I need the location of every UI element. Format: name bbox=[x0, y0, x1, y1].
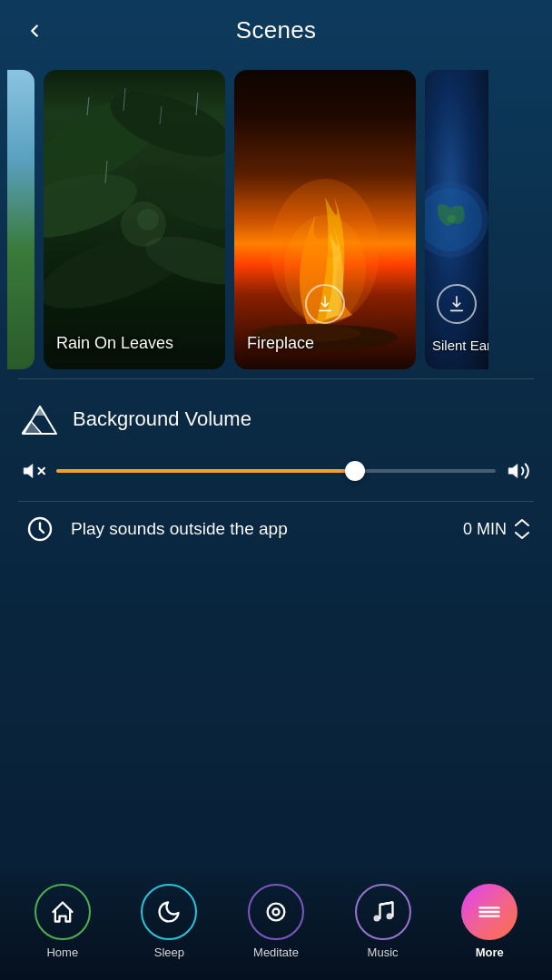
mountain-icon-wrap bbox=[22, 401, 58, 437]
rain-leaves-decoration bbox=[44, 70, 225, 369]
scene-earth-label: Silent Ear... bbox=[432, 338, 488, 353]
volume-slider-fill bbox=[56, 469, 355, 473]
nav-label-home: Home bbox=[46, 946, 78, 959]
time-value: 0 MIN bbox=[463, 520, 507, 539]
home-icon bbox=[50, 899, 75, 925]
mountain-icon bbox=[22, 403, 58, 436]
clock-icon bbox=[25, 514, 54, 544]
nav-item-meditate[interactable]: Meditate bbox=[248, 884, 304, 959]
earth-decoration bbox=[425, 70, 488, 369]
back-button[interactable] bbox=[18, 15, 51, 47]
bottom-nav: Home Sleep Meditate ♪ Mu bbox=[0, 871, 552, 980]
meditate-icon-wrap[interactable] bbox=[248, 884, 304, 940]
svg-marker-24 bbox=[508, 464, 518, 477]
svg-point-28 bbox=[373, 915, 380, 921]
more-icon bbox=[477, 899, 502, 925]
time-arrows[interactable] bbox=[514, 517, 530, 541]
scene-card-mountain[interactable] bbox=[7, 70, 34, 369]
earth-download[interactable] bbox=[437, 284, 477, 324]
sleep-icon bbox=[156, 899, 182, 925]
scene-card-earth[interactable]: Silent Ear... bbox=[425, 70, 488, 369]
page-title: Scenes bbox=[236, 16, 317, 44]
fire-decoration bbox=[234, 70, 416, 369]
download-circle-fireplace[interactable] bbox=[305, 284, 345, 324]
nav-item-sleep[interactable]: Sleep bbox=[141, 884, 197, 959]
scene-rain-label: Rain On Leaves bbox=[56, 334, 173, 353]
svg-point-7 bbox=[137, 209, 159, 230]
background-volume-section: Background Volume bbox=[0, 379, 552, 501]
nav-item-more[interactable]: More bbox=[461, 884, 518, 959]
fireplace-download[interactable] bbox=[305, 284, 345, 324]
music-icon: ♪ bbox=[370, 899, 396, 925]
clock-icon-wrap bbox=[22, 511, 58, 547]
scene-fireplace-label: Fireplace bbox=[247, 334, 314, 353]
home-icon-wrap[interactable] bbox=[34, 884, 91, 940]
scene-card-fireplace[interactable]: Fireplace bbox=[234, 70, 416, 369]
more-icon-wrap[interactable] bbox=[461, 884, 518, 940]
nav-label-more: More bbox=[476, 946, 504, 959]
scene-card-rain[interactable]: Rain On Leaves bbox=[44, 70, 225, 369]
play-sounds-section: Play sounds outside the app 0 MIN bbox=[0, 502, 552, 565]
svg-point-29 bbox=[386, 913, 392, 919]
svg-marker-21 bbox=[24, 464, 33, 477]
sleep-icon-wrap[interactable] bbox=[141, 884, 197, 940]
music-icon-wrap[interactable]: ♪ bbox=[355, 884, 411, 940]
download-circle-earth[interactable] bbox=[437, 284, 477, 324]
nav-item-home[interactable]: Home bbox=[34, 884, 91, 959]
time-control[interactable]: 0 MIN bbox=[463, 517, 530, 541]
meditate-icon bbox=[263, 899, 289, 925]
nav-item-music[interactable]: ♪ Music bbox=[355, 884, 411, 959]
header: Scenes bbox=[0, 0, 552, 61]
chevron-down-icon[interactable] bbox=[514, 530, 530, 541]
volume-slider-track[interactable] bbox=[56, 469, 496, 473]
svg-point-26 bbox=[268, 903, 285, 920]
volume-slider-thumb[interactable] bbox=[345, 461, 365, 481]
volume-title: Background Volume bbox=[73, 407, 251, 431]
play-sounds-label: Play sounds outside the app bbox=[71, 519, 463, 539]
nav-label-meditate: Meditate bbox=[253, 946, 299, 959]
nav-label-sleep: Sleep bbox=[154, 946, 184, 959]
volume-mute-icon bbox=[22, 459, 45, 483]
nav-label-music: Music bbox=[368, 946, 399, 959]
volume-high-icon bbox=[507, 459, 530, 483]
scenes-carousel[interactable]: Rain On Leaves Fireplace bbox=[0, 61, 552, 378]
volume-slider-row bbox=[22, 459, 530, 483]
svg-point-27 bbox=[272, 908, 279, 915]
chevron-up-icon[interactable] bbox=[514, 517, 530, 528]
svg-marker-20 bbox=[22, 421, 42, 434]
volume-header: Background Volume bbox=[22, 401, 530, 437]
svg-line-30 bbox=[380, 902, 392, 904]
